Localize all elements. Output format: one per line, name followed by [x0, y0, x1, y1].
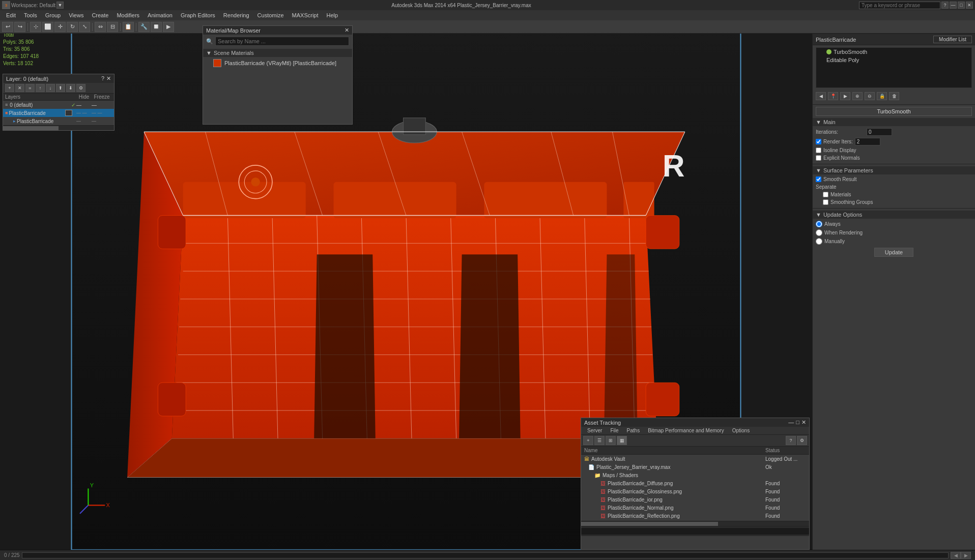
layer-panel-help-btn[interactable]: ?	[101, 75, 104, 82]
render-setup-btn[interactable]: 🔧	[138, 22, 150, 32]
timeline-prev-btn[interactable]: ◀	[951, 552, 961, 559]
at-menu-server[interactable]: Server	[583, 427, 606, 434]
manually-radio[interactable]	[816, 238, 822, 245]
at-row-reflection[interactable]: 🖼 PlasticBarricade_Reflection.png Found	[581, 512, 809, 520]
at-row-normal[interactable]: 🖼 PlasticBarricade_Normal.png Found	[581, 504, 809, 512]
layer-down-btn[interactable]: ↓	[46, 84, 55, 92]
at-tb-grid[interactable]: ⊞	[606, 436, 616, 445]
stats-tris: Tris: 35 806	[3, 46, 39, 53]
layer-move-down-btn[interactable]: ⬇	[66, 84, 75, 92]
layer-up-btn[interactable]: ↑	[36, 84, 45, 92]
at-menu-file[interactable]: File	[606, 427, 622, 434]
close-btn[interactable]: ✕	[966, 2, 973, 9]
undo-btn[interactable]: ↩	[2, 22, 13, 32]
layer-row-plastic-child[interactable]: ▸ PlasticBarricade — —	[3, 117, 114, 125]
iterations-input[interactable]	[867, 128, 892, 136]
mat-browser-close-btn[interactable]: ✕	[345, 27, 349, 34]
menu-tools[interactable]: Tools	[20, 11, 41, 19]
layer-scrollbar[interactable]	[3, 125, 114, 130]
layer-move-up-btn[interactable]: ⬆	[56, 84, 65, 92]
modifier-editablepoly[interactable]: Editable Poly	[816, 56, 971, 64]
at-tb-list[interactable]: ☰	[594, 436, 605, 445]
explicit-normals-checkbox[interactable]	[816, 155, 821, 161]
at-row-maps-folder[interactable]: 📁 Maps / Shaders	[581, 471, 809, 479]
at-menu-bitmap[interactable]: Bitmap Performance and Memory	[644, 427, 728, 434]
at-row-vault[interactable]: 🏛 Autodesk Vault Logged Out ...	[581, 455, 809, 463]
materials-checkbox[interactable]	[823, 192, 828, 197]
scale-btn[interactable]: ⤡	[79, 22, 90, 32]
timeline-next-btn[interactable]: ▶	[961, 552, 971, 559]
layer-panel-close-btn[interactable]: ✕	[106, 75, 111, 82]
keyword-search-input[interactable]	[859, 2, 940, 9]
menu-edit[interactable]: Edit	[2, 11, 20, 19]
render-iters-input[interactable]	[855, 138, 880, 145]
at-min-btn[interactable]: —	[788, 419, 794, 426]
mat-item-plasticbarricade[interactable]: PlasticBarricade (VRayMtl) [PlasticBarri…	[203, 58, 352, 68]
at-menu-paths[interactable]: Paths	[623, 427, 644, 434]
at-close-btn[interactable]: ✕	[801, 419, 806, 426]
render-frame-btn[interactable]: ▶	[163, 22, 174, 32]
layer-delete-btn[interactable]: ✕	[15, 84, 24, 92]
nav-make-unique-btn[interactable]: 🔒	[877, 92, 887, 100]
smooth-result-checkbox[interactable]	[816, 176, 821, 182]
menu-group[interactable]: Group	[41, 11, 65, 19]
render-btn[interactable]: 🔲	[151, 22, 162, 32]
update-button[interactable]: Update	[874, 248, 913, 257]
layer-plastic-color-swatch[interactable]	[65, 110, 72, 116]
select-region-btn[interactable]: ⬜	[42, 22, 53, 32]
modifier-list-dropdown[interactable]: Modifier List	[933, 36, 972, 43]
at-row-glossiness[interactable]: 🖼 PlasticBarricade_Glossiness.png Found	[581, 487, 809, 495]
at-menu-options[interactable]: Options	[728, 427, 754, 434]
workspace-dropdown[interactable]: ▼	[56, 2, 64, 9]
align-btn[interactable]: ⊟	[107, 22, 118, 32]
at-scrollbar-horizontal[interactable]	[581, 521, 809, 526]
menu-rendering[interactable]: Rendering	[219, 11, 253, 19]
layer-add-btn[interactable]: +	[5, 84, 14, 92]
menu-customize[interactable]: Customize	[253, 11, 288, 19]
at-row-max-file[interactable]: 📄 Plastic_Jersey_Barrier_vray.max Ok	[581, 463, 809, 471]
at-tb-new[interactable]: +	[583, 436, 593, 445]
maximize-btn[interactable]: □	[958, 2, 965, 9]
menu-graph-editors[interactable]: Graph Editors	[177, 11, 219, 19]
nav-left-btn[interactable]: ◀	[816, 92, 826, 100]
at-row-ior[interactable]: 🖼 PlasticBarricade_ior.png Found	[581, 495, 809, 504]
layer-settings-btn[interactable]: ⚙	[76, 84, 85, 92]
nav-right-btn[interactable]: ▶	[840, 92, 850, 100]
smoothing-groups-checkbox[interactable]	[823, 199, 828, 205]
menu-help[interactable]: Help	[323, 11, 342, 19]
nav-delete-btn[interactable]: 🗑	[889, 92, 899, 100]
at-max-btn[interactable]: □	[796, 419, 799, 426]
rotate-btn[interactable]: ↻	[67, 22, 78, 32]
menu-animation[interactable]: Animation	[144, 11, 177, 19]
help-btn[interactable]: ?	[941, 2, 949, 9]
modifier-turbosmooth[interactable]: TurboSmooth	[816, 48, 971, 56]
update-options-label: ▼Update Options	[813, 211, 975, 219]
menu-views[interactable]: Views	[65, 11, 88, 19]
menu-create[interactable]: Create	[88, 11, 112, 19]
menu-modifiers[interactable]: Modifiers	[112, 11, 144, 19]
nav-pin-btn[interactable]: 📍	[828, 92, 838, 100]
layer-row-plastic[interactable]: ■ PlasticBarricade — — — —	[3, 109, 114, 117]
at-tb-settings[interactable]: ⚙	[797, 436, 807, 445]
always-radio[interactable]	[816, 221, 822, 227]
move-btn[interactable]: ✛	[54, 22, 66, 32]
layer-row-default[interactable]: ≡ 0 (default) ✓ — —	[3, 101, 114, 109]
at-tb-table[interactable]: ▦	[617, 436, 627, 445]
layer-edit-btn[interactable]: =	[25, 84, 35, 92]
select-btn[interactable]: ⊹	[30, 22, 41, 32]
at-path-input[interactable]	[581, 528, 809, 535]
render-iters-checkbox[interactable]	[816, 139, 821, 144]
isoline-checkbox[interactable]	[816, 148, 821, 153]
menu-maxscript[interactable]: MAXScript	[288, 11, 323, 19]
at-row-diffuse[interactable]: 🖼 PlasticBarricade_Diffuse.png Found	[581, 479, 809, 487]
minimize-btn[interactable]: —	[950, 2, 957, 9]
at-tb-help[interactable]: ?	[786, 436, 796, 445]
when-rendering-radio[interactable]	[816, 229, 822, 236]
workspace-label: Workspace: Default	[11, 3, 55, 8]
layer-btn[interactable]: 📋	[123, 22, 134, 32]
nav-copy-btn[interactable]: ⊕	[852, 92, 863, 100]
mat-search-input[interactable]	[215, 37, 349, 46]
nav-paste-btn[interactable]: ⊖	[865, 92, 875, 100]
redo-btn[interactable]: ↪	[14, 22, 25, 32]
mirror-btn[interactable]: ⇔	[95, 22, 106, 32]
